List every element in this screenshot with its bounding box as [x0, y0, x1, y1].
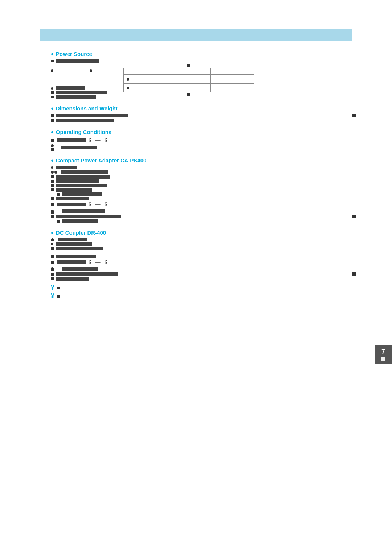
- section-adapter: Compact Power Adapter CA-PS400: [51, 157, 341, 223]
- dc-beta-row: ß — ß: [51, 259, 341, 265]
- ps-text-1: [56, 59, 99, 63]
- operating-title: Operating Conditions: [51, 129, 341, 135]
- yen-symbol-1: ¥: [51, 284, 54, 291]
- dc-row-2: [51, 242, 341, 246]
- yen-sq-2: [57, 295, 60, 298]
- table-top-sq: [187, 64, 190, 67]
- dc-text-7: [56, 272, 118, 276]
- dc-text-5: [57, 260, 86, 264]
- ps-row-1: [51, 59, 341, 63]
- adp-row-7: [57, 192, 341, 196]
- adp-text-4: [56, 179, 99, 183]
- adp-row-5: [51, 184, 341, 187]
- dimensions-title: Dimensions and Weight: [51, 105, 341, 111]
- dc-row-7: [51, 272, 341, 276]
- square-icon-1: [51, 60, 54, 62]
- dc-sq-5: [51, 261, 54, 264]
- th-col3: [211, 68, 254, 75]
- dc-text-3: [56, 247, 103, 250]
- yen-symbol-2: ¥: [51, 292, 54, 300]
- adp-text-1: [56, 166, 77, 169]
- ps-circle-3: [51, 87, 53, 90]
- adp-sq-9: [51, 203, 54, 206]
- adp-row-10: [51, 208, 341, 214]
- dc-text-8: [56, 277, 89, 281]
- adp-sq-6: [51, 188, 54, 191]
- section-dc-coupler: DC Coupler DR-400 ß — ß: [51, 230, 341, 301]
- adp-row-11: [51, 215, 341, 218]
- page-number: 7: [381, 348, 385, 355]
- dc-row-1: [51, 238, 341, 241]
- adp-sq-3: [51, 175, 54, 178]
- page-sq: [381, 357, 385, 361]
- adp-sq-11: [51, 215, 54, 218]
- dc-sq-6: [51, 268, 54, 271]
- adp-text-2: [61, 170, 108, 174]
- dc-text-6: [62, 267, 98, 271]
- adp-sq-8: [51, 197, 54, 200]
- op-text-1: [57, 138, 86, 142]
- td-val-1-2: [167, 75, 211, 84]
- adp-beta-row: ß — ß: [51, 202, 341, 207]
- dim-row-2: [51, 119, 341, 122]
- adapter-title: Compact Power Adapter CA-PS400: [51, 157, 341, 163]
- section-operating: Operating Conditions ß — ß: [51, 129, 341, 151]
- spec-table: [123, 68, 254, 92]
- op-row-2: [51, 144, 341, 151]
- table-row-1: [124, 75, 254, 84]
- header-bar: [40, 29, 352, 41]
- dc-sq-7: [51, 273, 54, 276]
- adp-row-1: [51, 166, 341, 169]
- dc-sq-8: [51, 277, 54, 280]
- adp-text-8: [56, 197, 89, 200]
- adp-row-2: [51, 170, 341, 174]
- dim-sq-right-1: [352, 114, 356, 117]
- dc-text-1: [58, 238, 87, 241]
- dc-row-3: [51, 247, 341, 250]
- adp-text-7: [62, 192, 102, 196]
- th-col2: [167, 68, 211, 75]
- dc-text-2: [56, 242, 92, 246]
- dc-coupler-title: DC Coupler DR-400: [51, 230, 341, 236]
- op-beta-row-1: ß — ß: [51, 137, 341, 143]
- td-val-2-2: [167, 84, 211, 92]
- ps-sq-4: [51, 91, 54, 94]
- dc-circle-2: [51, 243, 53, 245]
- dc-row-8: [51, 277, 341, 281]
- adp-sq-7: [57, 193, 60, 196]
- dim-text-1: [56, 114, 128, 117]
- dim-sq-2: [51, 119, 54, 122]
- adp-beta: ß — ß: [89, 202, 109, 207]
- content-area: Power Source: [22, 51, 370, 301]
- adp-row-4: [51, 179, 341, 183]
- dc-beta: ß — ß: [89, 259, 109, 265]
- adp-row-3: [51, 175, 341, 179]
- ps-text-4: [56, 91, 107, 94]
- dc-sq-right: [352, 272, 356, 276]
- adp-text-11: [56, 215, 121, 218]
- th-col1: [124, 68, 167, 75]
- adp-circ-a: [51, 171, 54, 174]
- page-container: Power Source: [0, 0, 392, 536]
- adp-text-3: [56, 175, 110, 179]
- op-sq-1: [51, 139, 54, 142]
- td-val-2-3: [211, 84, 254, 92]
- ps-circle-2: [90, 69, 92, 72]
- yen-row-1: ¥: [51, 284, 341, 292]
- power-source-title: Power Source: [51, 51, 341, 57]
- adp-circ-b: [54, 171, 57, 174]
- adp-sq-5: [51, 184, 54, 187]
- adp-row-8: [51, 197, 341, 200]
- section-power-source: Power Source: [51, 51, 341, 99]
- table-bottom-sq: [187, 93, 190, 96]
- adp-text-12: [62, 219, 98, 223]
- ps-sq-5: [51, 96, 54, 98]
- adp-sq-right: [352, 215, 356, 218]
- dim-sq-1: [51, 114, 54, 117]
- dc-sq-3: [51, 247, 54, 250]
- adp-text-10: [62, 209, 105, 213]
- page-number-tab: 7: [375, 345, 392, 364]
- td-dot-2: [124, 84, 167, 92]
- op-circle-1: [51, 144, 54, 147]
- dc-row-6: [51, 266, 341, 271]
